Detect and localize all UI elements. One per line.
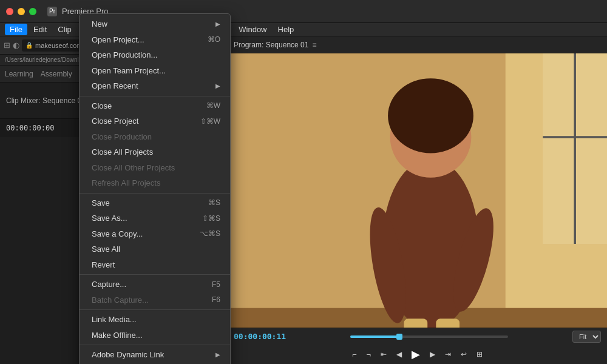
- separator-3: [80, 274, 230, 275]
- menu-open-recent[interactable]: Open Recent ▶: [80, 78, 230, 94]
- menu-batch-capture: Batch Capture... F6: [80, 292, 230, 308]
- save-as-shortcut: ⇧⌘S: [202, 213, 220, 224]
- menu-open-project[interactable]: Open Project... ⌘O: [80, 32, 230, 48]
- new-arrow: ▶: [215, 19, 220, 29]
- menu-adobe-dynamic-link[interactable]: Adobe Dynamic Link ▶: [80, 347, 230, 363]
- menu-close-all-other: Close All Other Projects: [80, 160, 230, 176]
- separator-5: [80, 345, 230, 345]
- capture-shortcut: F5: [212, 279, 220, 290]
- separator-2: [80, 193, 230, 194]
- menu-make-offline[interactable]: Make Offline...: [80, 328, 230, 343]
- dropdown-overlay[interactable]: New ▶ Open Project... ⌘O Open Production…: [0, 0, 607, 364]
- close-shortcut: ⌘W: [206, 100, 220, 111]
- menu-open-team-project[interactable]: Open Team Project...: [80, 63, 230, 79]
- open-project-shortcut: ⌘O: [208, 34, 220, 45]
- menu-open-production[interactable]: Open Production...: [80, 47, 230, 63]
- file-dropdown-menu: New ▶ Open Project... ⌘O Open Production…: [79, 13, 231, 364]
- menu-link-media[interactable]: Link Media...: [80, 312, 230, 328]
- menu-save-copy[interactable]: Save a Copy... ⌥⌘S: [80, 226, 230, 242]
- separator-1: [80, 96, 230, 96]
- menu-refresh-all: Refresh All Projects: [80, 175, 230, 191]
- close-project-shortcut: ⇧⌘W: [200, 116, 220, 127]
- menu-revert[interactable]: Revert: [80, 257, 230, 273]
- menu-new[interactable]: New ▶: [80, 16, 230, 32]
- main-layout: ⊞ ◐ 🔒 makeuseof.com 🔊 ↻ /Users/lauriedej…: [0, 36, 607, 364]
- menu-save-as[interactable]: Save As... ⇧⌘S: [80, 211, 230, 226]
- open-recent-arrow: ▶: [215, 81, 220, 90]
- menu-save[interactable]: Save ⌘S: [80, 195, 230, 211]
- menu-capture[interactable]: Capture... F5: [80, 277, 230, 292]
- menu-close[interactable]: Close ⌘W: [80, 98, 230, 114]
- menu-close-production: Close Production: [80, 129, 230, 145]
- save-copy-shortcut: ⌥⌘S: [200, 228, 220, 239]
- menu-close-all-projects[interactable]: Close All Projects: [80, 144, 230, 160]
- dynamic-link-arrow: ▶: [215, 350, 220, 359]
- menu-save-all[interactable]: Save All: [80, 241, 230, 257]
- batch-capture-shortcut: F6: [212, 294, 220, 305]
- separator-4: [80, 309, 230, 310]
- save-shortcut: ⌘S: [208, 197, 220, 208]
- menu-close-project[interactable]: Close Project ⇧⌘W: [80, 113, 230, 129]
